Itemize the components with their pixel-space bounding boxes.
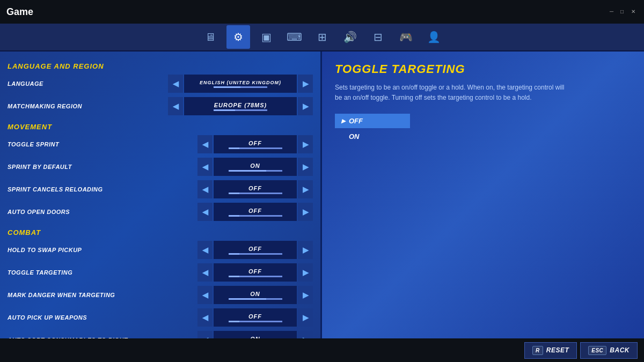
auto-sort-label: AUTO SORT CONSUMABLES TO RIGHT xyxy=(8,337,197,338)
setting-toggle-targeting: TOGGLE TARGETING ◀ OFF ▶ xyxy=(0,261,320,284)
hold-swap-control: ◀ OFF ▶ xyxy=(197,241,313,259)
toggle-targeting-bar xyxy=(229,276,282,277)
reset-key: R xyxy=(532,346,543,355)
setting-mark-danger: MARK DANGER WHEN TARGETING ◀ ON ▶ xyxy=(0,284,320,306)
toggle-sprint-value: OFF xyxy=(248,140,262,146)
language-control: ◀ ENGLISH (UNITED KINGDOM) ▶ xyxy=(168,75,313,93)
nav-gamepad[interactable]: 🎮 xyxy=(394,25,418,49)
hold-swap-value: OFF xyxy=(248,246,262,252)
sprint-reload-label: SPRINT CANCELS RELOADING xyxy=(8,186,197,193)
language-bar xyxy=(214,86,267,88)
region-bar xyxy=(214,109,267,111)
auto-doors-value: OFF xyxy=(248,208,262,214)
auto-sort-value: ON xyxy=(250,336,260,339)
hold-swap-label: HOLD TO SWAP PICKUP xyxy=(8,247,197,253)
toggle-targeting-value-box: OFF xyxy=(214,263,297,282)
toggle-targeting-prev[interactable]: ◀ xyxy=(197,263,213,282)
option-list: ▶ OFF ▶ ON xyxy=(335,114,631,144)
nav-keyboard[interactable]: ⌨ xyxy=(282,25,306,49)
sprint-reload-control: ◀ OFF ▶ xyxy=(197,180,313,198)
mark-danger-value-box: ON xyxy=(214,286,297,304)
sprint-reload-next[interactable]: ▶ xyxy=(298,180,313,198)
setting-language: LANGUAGE ◀ ENGLISH (UNITED KINGDOM) ▶ xyxy=(0,72,320,95)
region-prev[interactable]: ◀ xyxy=(168,97,183,115)
toggle-targeting-next[interactable]: ▶ xyxy=(298,263,313,282)
sprint-reload-prev[interactable]: ◀ xyxy=(197,180,213,198)
right-panel: TOGGLE TARGETING Sets targeting to be an… xyxy=(322,51,644,338)
nav-bar: 🖥 ⚙ ▣ ⌨ ⊞ 🔊 ⊟ 🎮 👤 xyxy=(0,24,644,51)
detail-title: TOGGLE TARGETING xyxy=(335,62,631,76)
language-value: ENGLISH (UNITED KINGDOM) xyxy=(200,80,281,85)
auto-doors-bar xyxy=(229,215,282,217)
nav-monitor[interactable]: 🖥 xyxy=(199,25,222,49)
toggle-sprint-label: TOGGLE SPRINT xyxy=(8,141,197,147)
setting-region: MATCHMAKING REGION ◀ EUROPE (78MS) ▶ xyxy=(0,95,320,117)
hold-swap-bar xyxy=(229,253,282,255)
language-prev[interactable]: ◀ xyxy=(168,75,183,93)
toggle-sprint-next[interactable]: ▶ xyxy=(298,135,313,153)
toggle-sprint-value-box: OFF xyxy=(214,135,297,153)
toggle-sprint-prev[interactable]: ◀ xyxy=(197,135,213,153)
setting-toggle-sprint: TOGGLE SPRINT ◀ OFF ▶ xyxy=(0,133,320,156)
auto-sort-control: ◀ ON ▶ xyxy=(197,331,313,338)
toggle-targeting-value: OFF xyxy=(248,268,262,275)
setting-sprint-default: SPRINT BY DEFAULT ◀ ON ▶ xyxy=(0,156,320,178)
auto-sort-next[interactable]: ▶ xyxy=(298,331,313,338)
sprint-default-prev[interactable]: ◀ xyxy=(197,158,213,176)
mark-danger-value: ON xyxy=(250,291,260,297)
hold-swap-prev[interactable]: ◀ xyxy=(197,241,213,259)
sprint-default-value-box: ON xyxy=(214,158,297,176)
region-control: ◀ EUROPE (78MS) ▶ xyxy=(168,97,313,115)
setting-hold-swap: HOLD TO SWAP PICKUP ◀ OFF ▶ xyxy=(0,239,320,261)
maximize-icon[interactable]: □ xyxy=(620,9,627,15)
setting-auto-doors: AUTO OPEN DOORS ◀ OFF ▶ xyxy=(0,201,320,223)
auto-doors-next[interactable]: ▶ xyxy=(298,203,313,221)
nav-audio[interactable]: 🔊 xyxy=(338,25,362,49)
option-off[interactable]: ▶ OFF xyxy=(335,114,410,128)
auto-doors-value-box: OFF xyxy=(214,203,297,221)
sprint-default-next[interactable]: ▶ xyxy=(298,158,313,176)
option-on[interactable]: ▶ ON xyxy=(335,129,410,144)
nav-controller-alt[interactable]: ⊞ xyxy=(310,25,334,49)
minimize-icon[interactable]: ─ xyxy=(610,9,616,15)
hold-swap-next[interactable]: ▶ xyxy=(298,241,313,259)
sprint-default-bar xyxy=(229,170,282,172)
auto-pickup-value: OFF xyxy=(248,313,262,320)
mark-danger-next[interactable]: ▶ xyxy=(298,286,313,304)
back-key: ESC xyxy=(588,346,606,355)
auto-pickup-next[interactable]: ▶ xyxy=(298,308,313,327)
reset-label: RESET xyxy=(546,346,569,354)
language-next[interactable]: ▶ xyxy=(298,75,313,93)
region-next[interactable]: ▶ xyxy=(298,97,313,115)
nav-gear[interactable]: ⚙ xyxy=(226,25,250,49)
section-combat-header: COMBAT xyxy=(0,223,320,239)
close-icon[interactable]: ✕ xyxy=(631,9,638,15)
nav-network[interactable]: ⊟ xyxy=(366,25,390,49)
auto-pickup-prev[interactable]: ◀ xyxy=(197,308,213,327)
region-value-box: EUROPE (78MS) xyxy=(184,97,297,115)
mark-danger-bar xyxy=(229,298,282,300)
option-on-label: ON xyxy=(349,132,360,141)
back-button[interactable]: ESC BACK xyxy=(580,342,638,359)
section-movement-header: MOVEMENT xyxy=(0,117,320,133)
sprint-default-control: ◀ ON ▶ xyxy=(197,158,313,176)
setting-auto-pickup: AUTO PICK UP WEAPONS ◀ OFF ▶ xyxy=(0,306,320,329)
reset-button[interactable]: R RESET xyxy=(524,342,577,359)
mark-danger-prev[interactable]: ◀ xyxy=(197,286,213,304)
sprint-reload-value: OFF xyxy=(248,185,262,191)
sprint-default-label: SPRINT BY DEFAULT xyxy=(8,164,197,170)
toggle-sprint-control: ◀ OFF ▶ xyxy=(197,135,313,153)
auto-sort-prev[interactable]: ◀ xyxy=(197,331,213,338)
detail-description: Sets targeting to be an on/off toggle or… xyxy=(335,83,571,103)
mark-danger-label: MARK DANGER WHEN TARGETING xyxy=(8,292,197,298)
auto-doors-prev[interactable]: ◀ xyxy=(197,203,213,221)
nav-user[interactable]: 👤 xyxy=(422,25,445,49)
toggle-sprint-bar xyxy=(229,147,282,149)
sprint-reload-bar xyxy=(229,193,282,194)
option-arrow-icon: ▶ xyxy=(341,118,346,124)
auto-pickup-bar xyxy=(229,321,282,322)
auto-sort-value-box: ON xyxy=(214,331,297,338)
main-container: LANGUAGE AND REGION LANGUAGE ◀ ENGLISH (… xyxy=(0,51,644,338)
nav-display[interactable]: ▣ xyxy=(254,25,278,49)
toggle-targeting-control: ◀ OFF ▶ xyxy=(197,263,313,282)
